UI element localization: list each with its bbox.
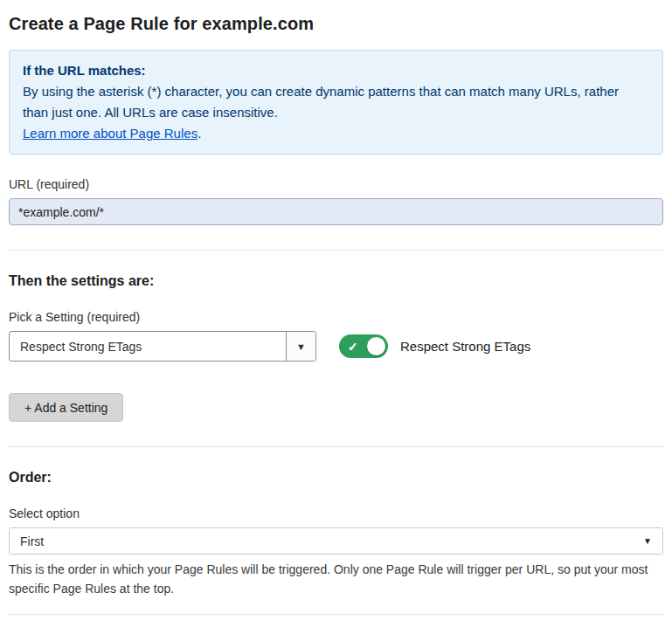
- order-section-heading: Order:: [9, 470, 663, 486]
- order-select[interactable]: First ▼: [9, 527, 663, 555]
- link-period: .: [197, 126, 201, 141]
- settings-section-heading: Then the settings are:: [9, 273, 663, 289]
- chevron-down-icon[interactable]: ▼: [286, 332, 315, 361]
- add-setting-button[interactable]: + Add a Setting: [9, 393, 123, 422]
- setting-select[interactable]: Respect Strong ETags ▼: [9, 331, 316, 362]
- order-help-text: This is the order in which your Page Rul…: [9, 561, 655, 598]
- url-input[interactable]: [9, 198, 663, 225]
- divider: [9, 446, 663, 447]
- setting-toggle[interactable]: ✓: [339, 334, 388, 358]
- setting-toggle-label: Respect Strong ETags: [400, 339, 530, 354]
- url-match-info-box: If the URL matches: By using the asteris…: [9, 50, 663, 155]
- footer-actions: Cancel Save as Draft Save and Deploy Pag…: [9, 614, 663, 627]
- check-icon: ✓: [348, 339, 358, 353]
- divider: [9, 250, 663, 251]
- setting-toggle-group: ✓ Respect Strong ETags: [339, 334, 530, 358]
- info-box-link-line: Learn more about Page Rules.: [23, 123, 649, 144]
- toggle-knob: [367, 337, 385, 355]
- learn-more-link[interactable]: Learn more about Page Rules: [23, 126, 197, 141]
- pick-setting-label: Pick a Setting (required): [9, 310, 663, 324]
- info-box-heading: If the URL matches:: [23, 60, 649, 81]
- url-field-label: URL (required): [9, 177, 663, 191]
- order-select-label: Select option: [9, 506, 663, 520]
- order-select-value: First: [20, 534, 44, 548]
- setting-select-value: Respect Strong ETags: [10, 332, 286, 361]
- info-box-body: By using the asterisk (*) character, you…: [23, 81, 634, 123]
- setting-row: Respect Strong ETags ▼ ✓ Respect Strong …: [9, 331, 663, 362]
- chevron-down-icon: ▼: [643, 536, 652, 546]
- page-title: Create a Page Rule for example.com: [9, 14, 663, 34]
